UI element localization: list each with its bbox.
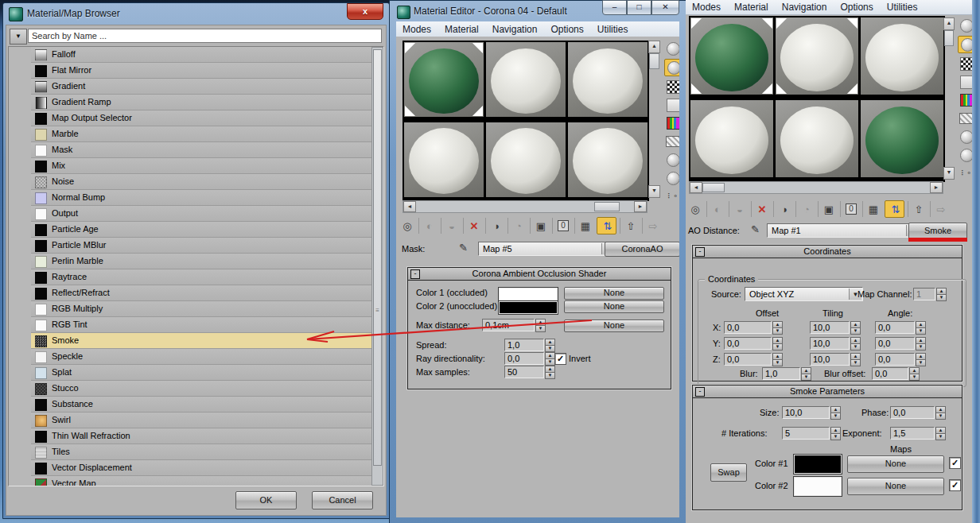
- scrollbar-thumb[interactable]: [649, 53, 659, 69]
- menu-navigation[interactable]: Navigation: [492, 24, 538, 35]
- value-field[interactable]: 10,0: [782, 406, 830, 419]
- show-map-in-viewport-icon[interactable]: ▦: [862, 201, 881, 217]
- scroll-down-icon[interactable]: ▼: [648, 185, 660, 198]
- smoke-color2-map-button[interactable]: None: [847, 478, 944, 495]
- map-item-flat-mirror[interactable]: Flat Mirror: [31, 63, 372, 79]
- map-item-vector-displacement[interactable]: Vector Displacement: [31, 460, 372, 476]
- value-field[interactable]: 1,0: [762, 367, 800, 380]
- map-item-vector-map[interactable]: Vector Map: [31, 476, 372, 486]
- get-material-icon[interactable]: ◎: [687, 201, 703, 217]
- spinner-arrows-icon[interactable]: ▲▼: [916, 337, 926, 350]
- eyedropper-icon[interactable]: ✎: [751, 223, 760, 235]
- value-field[interactable]: 0,0: [504, 352, 544, 365]
- make-preview-icon[interactable]: [664, 134, 679, 149]
- value-field[interactable]: 0,0: [872, 367, 908, 380]
- material-sample-slot[interactable]: [486, 122, 566, 197]
- sample-horizontal-scrollbar[interactable]: ◄ ►: [402, 200, 648, 213]
- spinner-arrows-icon[interactable]: ▲▼: [850, 353, 861, 366]
- reset-map-mtl-icon[interactable]: ✕: [463, 218, 482, 234]
- map-item-map-output-selector[interactable]: Map Output Selector: [31, 110, 372, 126]
- material-map-navigator-icon[interactable]: ⠇⚬: [664, 188, 679, 204]
- material-sample-slot[interactable]: [486, 42, 566, 117]
- map-item-output[interactable]: Output: [31, 206, 372, 222]
- scrollbar-thumb[interactable]: [944, 30, 954, 46]
- menu-options[interactable]: Options: [550, 24, 583, 35]
- map-item-splat[interactable]: Splat: [31, 365, 372, 381]
- put-to-library-icon[interactable]: ▣: [818, 201, 837, 217]
- get-material-icon[interactable]: ◎: [399, 218, 415, 234]
- menu-modes[interactable]: Modes: [402, 24, 431, 35]
- close-icon[interactable]: ✕: [651, 0, 679, 15]
- put-to-library-icon[interactable]: ▣: [530, 218, 549, 234]
- material-id-channel-icon[interactable]: 0: [840, 201, 859, 217]
- maximize-icon[interactable]: □: [627, 0, 651, 15]
- sample-horizontal-scrollbar[interactable]: ◄ ►: [689, 181, 943, 194]
- make-material-copy-icon[interactable]: ◑: [485, 218, 504, 234]
- assign-material-to-selection-icon[interactable]: ◒: [729, 201, 748, 217]
- invert-checkbox[interactable]: ✓: [554, 353, 566, 365]
- spinner-arrows-icon[interactable]: ▲▼: [545, 339, 555, 351]
- show-end-result-icon[interactable]: ⇅: [885, 200, 904, 218]
- scroll-left-icon[interactable]: ◄: [403, 201, 416, 212]
- material-sample-slot[interactable]: [861, 100, 943, 177]
- spinner-arrows-icon[interactable]: ▲▼: [772, 337, 783, 350]
- map-item-particle-mblur[interactable]: Particle MBlur: [31, 238, 372, 254]
- spinner-arrows-icon[interactable]: ▲▼: [936, 288, 947, 300]
- map-item-particle-age[interactable]: Particle Age: [31, 222, 372, 238]
- tiling-value-field[interactable]: 10,0: [810, 337, 850, 350]
- spinner-arrows-icon[interactable]: ▲▼: [935, 427, 946, 440]
- map-item-mix[interactable]: Mix: [31, 158, 372, 174]
- spinner-arrows-icon[interactable]: ▲▼: [535, 319, 546, 331]
- map-item-marble[interactable]: Marble: [31, 126, 372, 142]
- search-input[interactable]: Search by Name ...: [28, 29, 382, 43]
- material-sample-slot[interactable]: [568, 42, 648, 117]
- ok-button[interactable]: OK: [235, 491, 297, 509]
- spinner-arrows-icon[interactable]: ▲▼: [909, 367, 920, 380]
- close-icon[interactable]: x: [347, 3, 383, 20]
- max-distance-map-button[interactable]: None: [564, 320, 664, 332]
- map-item-noise[interactable]: Noise: [31, 174, 372, 190]
- color2-map-button[interactable]: None: [564, 300, 664, 313]
- sample-uv-tiling-icon[interactable]: [958, 74, 972, 90]
- map-item-swirl[interactable]: Swirl: [31, 413, 372, 428]
- show-map-in-viewport-icon[interactable]: ▦: [574, 218, 593, 234]
- smoke-color1-map-button[interactable]: None: [847, 455, 944, 473]
- minimize-icon[interactable]: –: [602, 0, 627, 15]
- map-item-tiles[interactable]: Tiles: [31, 444, 372, 460]
- value-field[interactable]: 0,1cm: [482, 319, 535, 331]
- material-sample-slot[interactable]: [776, 100, 858, 177]
- scroll-right-icon[interactable]: ►: [634, 201, 647, 212]
- go-forward-to-sibling-icon[interactable]: ⇨: [930, 201, 949, 217]
- angle-value-field[interactable]: 0,0: [875, 337, 915, 350]
- menu-utilities[interactable]: Utilities: [887, 2, 918, 13]
- search-filter-dropdown[interactable]: ▼: [10, 29, 27, 45]
- menu-material[interactable]: Material: [445, 24, 479, 35]
- select-by-material-icon[interactable]: [664, 170, 679, 186]
- spinner-arrows-icon[interactable]: ▲▼: [850, 337, 861, 350]
- map1-enable-checkbox[interactable]: ✓: [949, 457, 961, 469]
- scroll-up-icon[interactable]: ▲: [648, 41, 660, 53]
- menu-modes[interactable]: Modes: [692, 2, 721, 13]
- map-item-raytrace[interactable]: Raytrace: [31, 269, 372, 285]
- video-color-check-icon[interactable]: [664, 115, 679, 131]
- map-item-gradient-ramp[interactable]: Gradient Ramp: [31, 95, 372, 110]
- map-item-substance[interactable]: Substance: [31, 397, 372, 413]
- value-field[interactable]: 1,0: [504, 339, 544, 351]
- go-to-parent-icon[interactable]: ⇧: [908, 201, 927, 217]
- eyedropper-icon[interactable]: ✎: [459, 242, 468, 254]
- tiling-value-field[interactable]: 10,0: [810, 353, 850, 366]
- background-checker-icon[interactable]: [664, 79, 679, 95]
- material-sample-slot[interactable]: [861, 17, 943, 95]
- map-item-falloff[interactable]: Falloff: [31, 47, 372, 63]
- offset-value-field[interactable]: 0,0: [724, 337, 772, 350]
- source-dropdown[interactable]: Object XYZ ▼: [745, 287, 863, 301]
- backlight-icon[interactable]: [958, 36, 972, 53]
- sample-type-sphere-icon[interactable]: [958, 17, 972, 33]
- select-by-material-icon[interactable]: [958, 147, 972, 163]
- smoke-color1-swatch[interactable]: [793, 454, 842, 475]
- rollout-header[interactable]: - Coordinates: [693, 246, 962, 258]
- rollout-header[interactable]: - Smoke Parameters: [693, 385, 962, 398]
- spinner-arrows-icon[interactable]: ▲▼: [935, 406, 946, 419]
- material-id-channel-icon[interactable]: 0: [552, 218, 571, 234]
- map-item-mask[interactable]: Mask: [31, 142, 372, 158]
